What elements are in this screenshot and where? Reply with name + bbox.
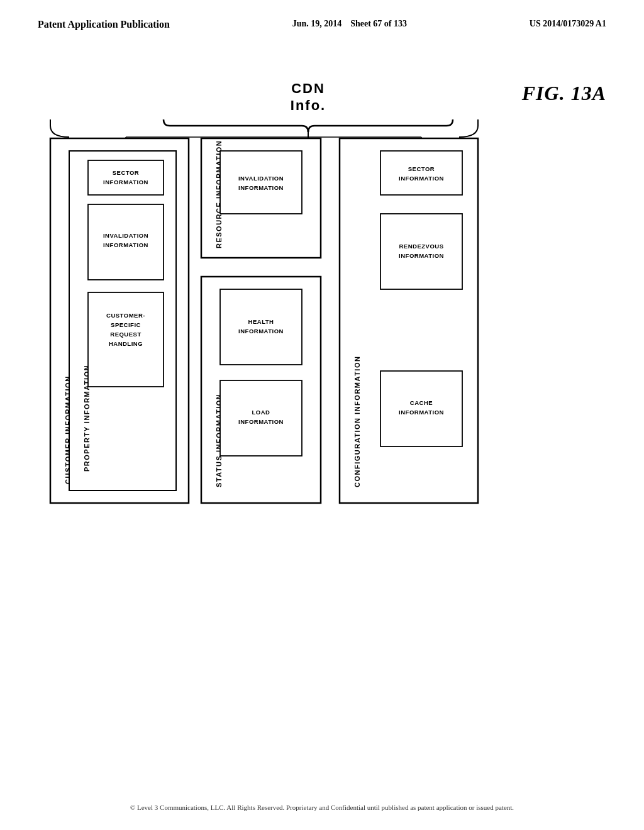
svg-rect-6 [88, 292, 164, 387]
svg-text:RENDEZVOUS: RENDEZVOUS [399, 243, 444, 250]
svg-text:SPECIFIC: SPECIFIC [111, 321, 141, 328]
header-publication-label: Patent Application Publication [38, 19, 170, 30]
svg-text:INFORMATION: INFORMATION [399, 252, 444, 259]
svg-text:CONFIGURATION INFORMATION: CONFIGURATION INFORMATION [353, 356, 361, 487]
diagram-svg: CDN Info. CUSTOMER INFORMATION PROPERTY … [31, 69, 579, 761]
svg-rect-35 [380, 214, 462, 289]
svg-text:CDN: CDN [291, 80, 325, 96]
svg-text:HEALTH: HEALTH [248, 318, 274, 325]
svg-rect-14 [88, 160, 164, 195]
svg-rect-24 [220, 289, 302, 365]
svg-text:INFORMATION: INFORMATION [103, 241, 148, 248]
svg-text:INFORMATION: INFORMATION [238, 418, 284, 425]
svg-text:HANDLING: HANDLING [109, 340, 143, 347]
footer-copyright: © Level 3 Communications, LLC. All Right… [0, 804, 644, 811]
svg-text:SECTOR: SECTOR [113, 169, 139, 176]
svg-text:INFORMATION: INFORMATION [103, 179, 148, 185]
svg-text:INVALIDATION: INVALIDATION [103, 232, 148, 239]
svg-text:INVALIDATION: INVALIDATION [238, 175, 284, 182]
svg-text:Info.: Info. [291, 97, 326, 113]
svg-rect-19 [220, 151, 302, 214]
page-header: Patent Application Publication Jun. 19, … [0, 0, 644, 36]
svg-rect-32 [380, 151, 462, 195]
svg-text:CACHE: CACHE [410, 399, 433, 406]
header-sheet-info: Jun. 19, 2014 Sheet 67 of 133 [292, 19, 407, 29]
svg-text:INFORMATION: INFORMATION [399, 175, 444, 182]
header-patent-number: US 2014/0173029 A1 [530, 19, 606, 29]
svg-text:LOAD: LOAD [252, 409, 270, 416]
svg-text:REQUEST: REQUEST [110, 331, 141, 338]
svg-text:SECTOR: SECTOR [408, 165, 435, 172]
svg-text:INFORMATION: INFORMATION [238, 328, 284, 335]
svg-text:INFORMATION: INFORMATION [399, 409, 444, 416]
svg-text:CUSTOMER-: CUSTOMER- [106, 312, 145, 319]
svg-text:INFORMATION: INFORMATION [238, 184, 284, 191]
